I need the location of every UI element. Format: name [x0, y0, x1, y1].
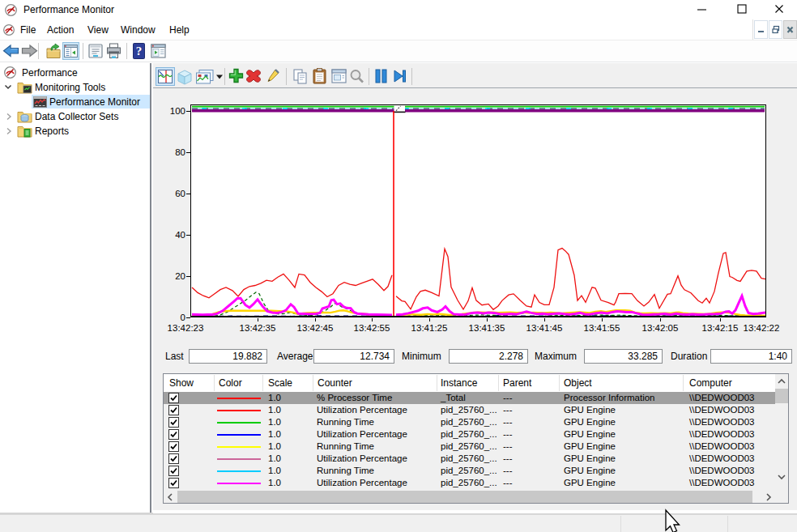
svg-text:?: ?	[136, 45, 143, 57]
